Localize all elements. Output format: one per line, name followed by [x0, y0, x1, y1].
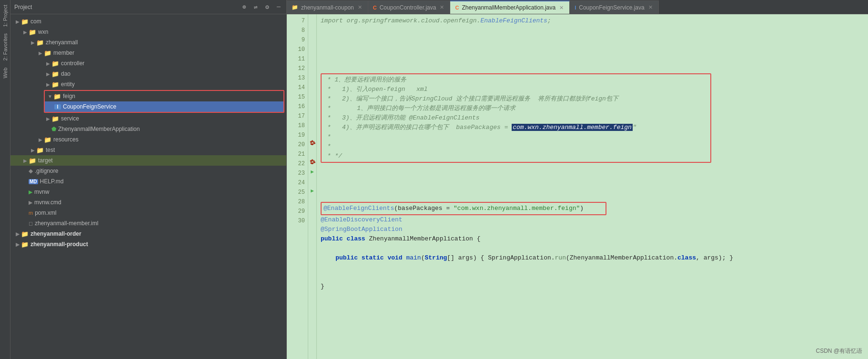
comment-12: * 2)、编写一个接口，告诉SpringCloud 这个接口需要调用远程服务 将… [323, 95, 618, 102]
md-icon: MD [29, 179, 38, 184]
tree-item-com[interactable]: ▶ 📁 com [10, 16, 286, 27]
gutter-14 [308, 81, 316, 90]
feign-box: ▼ 📁 feign I CouponFeignService [44, 90, 284, 113]
comment-18: * */ [323, 152, 342, 160]
line-21-annotation: @EnableDiscoveryClient [321, 216, 403, 223]
tree-item-test[interactable]: ▶ 📁 test [10, 145, 286, 155]
transfer-icon[interactable]: ⇌ [252, 3, 260, 11]
line-29-brace: } [321, 283, 324, 290]
tree-item-controller[interactable]: ▶ 📁 controller [10, 58, 286, 69]
tab-c-icon: C [373, 5, 377, 10]
vtab-web[interactable]: Web [1, 65, 9, 81]
comment-block: * 1、想要远程调用别的服务 * 1)、引入open-feign xml * 2… [321, 73, 711, 163]
tab-coupon-feign[interactable]: I CouponFeignService.java ✕ [570, 0, 658, 14]
gutter-28 [308, 195, 316, 205]
tab-close-coupon[interactable]: ✕ [357, 4, 363, 11]
bean-icon-22: 🫘 [310, 159, 315, 165]
mvnw-icon: ▶ [29, 189, 32, 195]
gutter-17 [308, 110, 316, 119]
gutter-12 [308, 62, 316, 71]
comment-17: * [323, 143, 331, 150]
tree-item-pom-xml[interactable]: m pom.xml [10, 208, 286, 218]
file-tree: ▶ 📁 com ▶ 📁 wxn ▶ 📁 zhenyanmall ▶ 📁 memb… [10, 14, 286, 359]
annotation-block: @EnableFeignClients(basePackages = "com.… [321, 202, 606, 215]
iml-icon: ◻ [29, 220, 33, 227]
sidebar-title: Project [14, 4, 237, 10]
vtab-favorites[interactable]: 2: Favorites [1, 30, 9, 63]
tab-folder-icon: 📁 [292, 4, 298, 10]
line-numbers: 7 8 9 10 11 12 13 14 15 16 17 18 19 20 2… [287, 14, 308, 359]
interface-badge: I [54, 104, 61, 110]
sidebar-toolbar: Project ⊕ ⇌ ⚙ — [10, 0, 286, 14]
editor-area: 📁 zhenyanmall-coupon ✕ C CouponControlle… [287, 0, 868, 359]
line-22-annotation: @SpringBootApplication [321, 226, 403, 233]
comment-13: * 1、声明接口的每一个方法都是调用远程服务的哪一个请求 [323, 105, 515, 112]
tree-item-entity[interactable]: ▶ 📁 entity [10, 79, 286, 90]
tab-close-feign[interactable]: ✕ [647, 4, 654, 11]
project-sidebar: Project ⊕ ⇌ ⚙ — ▶ 📁 com ▶ 📁 wxn ▶ 📁 zhen… [10, 0, 287, 359]
gutter-19 [308, 129, 316, 138]
tree-item-member[interactable]: ▶ 📁 member [10, 48, 286, 58]
tree-item-service[interactable]: ▶ 📁 service [10, 113, 286, 124]
gutter-10 [308, 43, 316, 52]
xml-icon: m [29, 210, 33, 216]
tree-item-member-app[interactable]: ⬟ ZhenyanmallMemberApplication [10, 124, 286, 134]
tree-item-gitignore[interactable]: ◆ .gitignore [10, 166, 286, 176]
tree-item-dao[interactable]: ▶ 📁 dao [10, 69, 286, 79]
comment-15: * 4)、并声明远程调用的接口在哪个包下 basePackages = com.… [323, 124, 636, 131]
app-icon: ⬟ [51, 126, 56, 132]
target-icon[interactable]: ⊕ [241, 3, 248, 11]
cmd-icon: ▶ [29, 199, 32, 206]
gutter-7 [308, 14, 316, 24]
gitignore-icon: ◆ [29, 168, 33, 174]
bean-icon-20: 🫘 [310, 140, 315, 146]
tree-item-product[interactable]: ▶ 📁 zhenyanmall-product [10, 239, 286, 249]
gutter-9 [308, 33, 316, 43]
watermark: CSDN @有语忆语 [816, 347, 862, 355]
tree-item-wxn[interactable]: ▶ 📁 wxn [10, 27, 286, 37]
gutter-25: ▶ [308, 186, 316, 195]
tree-item-iml[interactable]: ◻ zhenyanmall-member.iml [10, 218, 286, 229]
gutter-21 [308, 148, 316, 157]
minimize-icon[interactable]: — [275, 3, 283, 11]
comment-16: * [323, 133, 331, 140]
tree-item-mvnw[interactable]: ▶ mvnw [10, 187, 286, 197]
tree-item-resources[interactable]: ▶ 📁 resources [10, 134, 286, 145]
tree-item-coupon-feign-service[interactable]: I CouponFeignService [45, 101, 283, 112]
gutter-16 [308, 100, 316, 110]
tree-item-help-md[interactable]: MD HELP.md [10, 176, 286, 187]
tab-coupon-controller[interactable]: C CouponController.java ✕ [368, 0, 451, 14]
gear-icon[interactable]: ⚙ [263, 3, 271, 11]
tab-close-member-app[interactable]: ✕ [558, 4, 565, 11]
tab-coupon-folder[interactable]: 📁 zhenyanmall-coupon ✕ [287, 0, 368, 14]
gutter-30 [308, 214, 316, 224]
gutter-23: ▶ [308, 167, 316, 176]
gutter-24 [308, 176, 316, 186]
tree-item-order[interactable]: ▶ 📁 zhenyanmall-order [10, 229, 286, 239]
comment-11: * 1)、引入open-feign xml [323, 86, 427, 93]
gutter: 🫘 🫘 ▶ ▶ [308, 14, 317, 359]
code-area[interactable]: import org.springframework.cloud.openfei… [317, 14, 868, 359]
tabs-bar: 📁 zhenyanmall-coupon ✕ C CouponControlle… [287, 0, 868, 14]
tree-item-target[interactable]: ▶ 📁 target [10, 155, 286, 166]
tab-member-app[interactable]: C ZhenyanmallMemberApplication.java ✕ [450, 0, 570, 14]
gutter-18 [308, 119, 316, 129]
vtab-project[interactable]: 1: Project [1, 2, 9, 30]
gutter-15 [308, 90, 316, 100]
line-7-import: import org.springframework.cloud.openfei… [321, 17, 551, 24]
gutter-13 [308, 71, 316, 81]
line-25-main: public static void main(String[] args) {… [321, 254, 733, 261]
gutter-11 [308, 52, 316, 62]
comment-10: * 1、想要远程调用别的服务 [323, 76, 406, 83]
tree-item-mvnw-cmd[interactable]: ▶ mvnw.cmd [10, 197, 286, 208]
line-23-class: public class ZhenyanmallMemberApplicatio… [321, 235, 480, 242]
highlight-span: com.wxn.zhenyanmall.member.feign [512, 124, 633, 131]
tree-item-feign[interactable]: ▼ 📁 feign [45, 91, 283, 101]
vertical-tabs-panel: 1: Project 2: Favorites Web [0, 0, 10, 359]
tab-close-coupon-ctrl[interactable]: ✕ [439, 4, 445, 11]
run-icon-23[interactable]: ▶ [311, 169, 314, 175]
gutter-29 [308, 205, 316, 214]
tab-c-icon-2: C [455, 5, 459, 10]
tree-item-zhenyanmall[interactable]: ▶ 📁 zhenyanmall [10, 37, 286, 48]
run-icon-25[interactable]: ▶ [311, 188, 314, 194]
